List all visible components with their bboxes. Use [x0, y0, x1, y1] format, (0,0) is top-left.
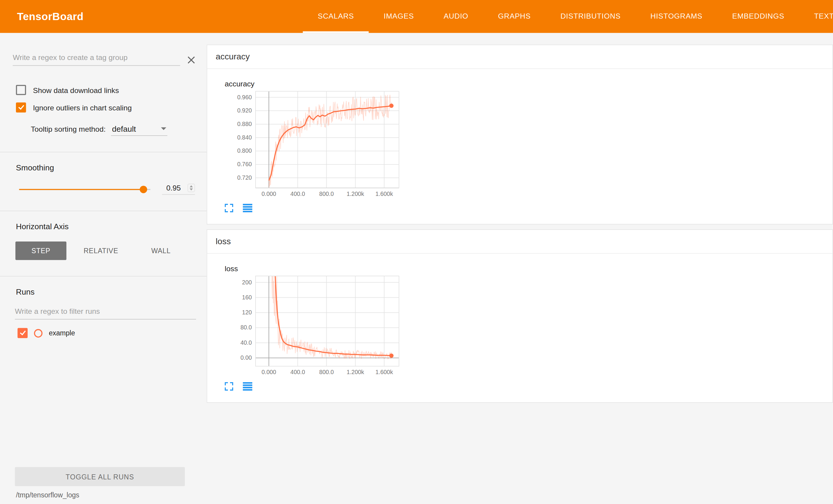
svg-text:1.600k: 1.600k	[375, 369, 393, 375]
tab-images[interactable]: IMAGES	[369, 0, 429, 33]
svg-text:120: 120	[242, 309, 252, 316]
svg-text:80.0: 80.0	[240, 324, 252, 331]
svg-text:0.000: 0.000	[262, 369, 276, 375]
toggle-runs-below-icon[interactable]	[243, 382, 252, 390]
svg-text:0.960: 0.960	[237, 94, 252, 101]
svg-text:0.000: 0.000	[262, 191, 276, 197]
tag-group-card-loss: loss loss 20016012080.040.00.000.000400.…	[207, 229, 833, 403]
svg-text:1.200k: 1.200k	[347, 369, 364, 375]
tab-text[interactable]: TEXT	[799, 0, 833, 33]
app-header: TensorBoard SCALARS IMAGES AUDIO GRAPHS …	[0, 0, 833, 33]
loss-chart[interactable]: 20016012080.040.00.000.000400.0800.01.20…	[233, 275, 832, 378]
chart-title: accuracy	[224, 79, 832, 88]
ignore-outliers-label: Ignore outliers in chart scaling	[33, 103, 132, 111]
stepper-up-icon[interactable]	[190, 185, 193, 187]
expand-chart-icon[interactable]	[224, 204, 233, 212]
chart-title: loss	[224, 264, 832, 273]
ignore-outliers-checkbox[interactable]	[16, 102, 26, 112]
tensorboard-app: TensorBoard SCALARS IMAGES AUDIO GRAPHS …	[0, 0, 833, 504]
divider	[0, 152, 207, 152]
toggle-runs-below-icon[interactable]	[243, 204, 252, 212]
show-download-checkbox[interactable]	[16, 85, 26, 95]
smoothing-heading: Smoothing	[16, 163, 194, 172]
smoothing-stepper[interactable]	[188, 184, 195, 192]
tab-histograms[interactable]: HISTOGRAMS	[636, 0, 717, 33]
tag-group-card-accuracy: accuracy accuracy 0.9600.9200.8800.8400.…	[207, 45, 833, 225]
svg-text:0.800: 0.800	[237, 148, 252, 154]
chart-actions	[224, 204, 832, 212]
svg-text:0.880: 0.880	[237, 121, 252, 127]
svg-text:1.600k: 1.600k	[375, 191, 393, 197]
tag-group-header[interactable]: loss	[207, 230, 832, 254]
tag-filter-row	[13, 51, 195, 66]
accuracy-chart[interactable]: 0.9600.9200.8800.8400.8000.7600.7200.000…	[233, 90, 832, 200]
smoothing-slider[interactable]	[19, 185, 150, 193]
svg-text:200: 200	[242, 279, 252, 285]
svg-text:0.840: 0.840	[237, 134, 252, 141]
run-color-ring	[34, 329, 42, 337]
svg-text:400.0: 400.0	[290, 191, 305, 197]
clear-tag-filter-icon[interactable]	[188, 56, 195, 64]
tab-distributions[interactable]: DISTRIBUTIONS	[546, 0, 636, 33]
tab-scalars[interactable]: SCALARS	[303, 0, 369, 33]
tab-graphs[interactable]: GRAPHS	[483, 0, 546, 33]
horizontal-axis-buttons: STEP RELATIVE WALL	[15, 242, 194, 260]
tooltip-sorting-value: default	[112, 124, 136, 133]
show-download-label: Show data download links	[33, 86, 119, 94]
tag-filter-input[interactable]	[13, 51, 180, 66]
horizontal-axis-heading: Horizontal Axis	[16, 222, 194, 231]
show-download-row[interactable]: Show data download links	[16, 85, 194, 95]
scalars-dashboard: accuracy accuracy 0.9600.9200.8800.8400.…	[207, 33, 833, 504]
axis-relative-button[interactable]: RELATIVE	[75, 242, 126, 260]
run-name: example	[49, 329, 75, 337]
chart-svg: 0.9600.9200.8800.8400.8000.7600.7200.000…	[233, 90, 413, 200]
chart-svg: 20016012080.040.00.000.000400.0800.01.20…	[233, 275, 413, 378]
svg-text:800.0: 800.0	[319, 191, 334, 197]
tab-embeddings[interactable]: EMBEDDINGS	[717, 0, 800, 33]
tooltip-sorting-row: Tooltip sorting method: default	[31, 124, 196, 136]
svg-text:40.0: 40.0	[240, 339, 252, 346]
svg-text:0.920: 0.920	[237, 107, 252, 114]
divider	[0, 276, 207, 277]
sidebar-spacer	[0, 338, 207, 467]
tag-group-header[interactable]: accuracy	[207, 45, 832, 69]
toggle-all-runs-button[interactable]: TOGGLE ALL RUNS	[15, 467, 185, 486]
axis-wall-button[interactable]: WALL	[136, 242, 187, 260]
svg-text:0.760: 0.760	[237, 161, 252, 168]
smoothing-value-box[interactable]: 0.95	[162, 184, 195, 195]
svg-text:0.720: 0.720	[237, 174, 252, 181]
svg-text:0.00: 0.00	[240, 354, 252, 361]
divider	[0, 210, 207, 211]
smoothing-row: 0.95	[19, 184, 195, 195]
tooltip-sorting-label: Tooltip sorting method:	[31, 125, 106, 136]
main-nav: SCALARS IMAGES AUDIO GRAPHS DISTRIBUTION…	[303, 0, 833, 33]
tab-audio[interactable]: AUDIO	[429, 0, 483, 33]
runs-heading: Runs	[16, 287, 194, 296]
stepper-down-icon[interactable]	[190, 188, 193, 191]
expand-chart-icon[interactable]	[224, 382, 233, 390]
smoothing-slider-fill	[19, 189, 144, 190]
run-checkbox[interactable]	[18, 328, 28, 338]
chart-block: loss 20016012080.040.00.000.000400.0800.…	[207, 254, 832, 402]
smoothing-value[interactable]: 0.95	[162, 184, 181, 192]
app-title: TensorBoard	[17, 0, 84, 33]
smoothing-slider-knob[interactable]	[140, 185, 147, 193]
svg-text:800.0: 800.0	[319, 369, 334, 375]
svg-text:1.200k: 1.200k	[347, 191, 364, 197]
log-directory-path: /tmp/tensorflow_logs	[16, 491, 207, 499]
chart-actions	[224, 382, 832, 390]
runs-filter-row	[15, 304, 196, 320]
svg-text:160: 160	[242, 294, 252, 301]
axis-step-button[interactable]: STEP	[15, 242, 66, 260]
run-list-item[interactable]: example	[18, 328, 194, 338]
chart-block: accuracy 0.9600.9200.8800.8400.8000.7600…	[207, 69, 832, 224]
tooltip-sorting-select[interactable]: default	[111, 124, 167, 136]
ignore-outliers-row[interactable]: Ignore outliers in chart scaling	[16, 102, 194, 112]
chevron-down-icon	[161, 127, 166, 130]
runs-filter-input[interactable]	[15, 304, 196, 320]
settings-sidebar: Show data download links Ignore outliers…	[0, 33, 207, 504]
svg-text:400.0: 400.0	[290, 369, 305, 375]
